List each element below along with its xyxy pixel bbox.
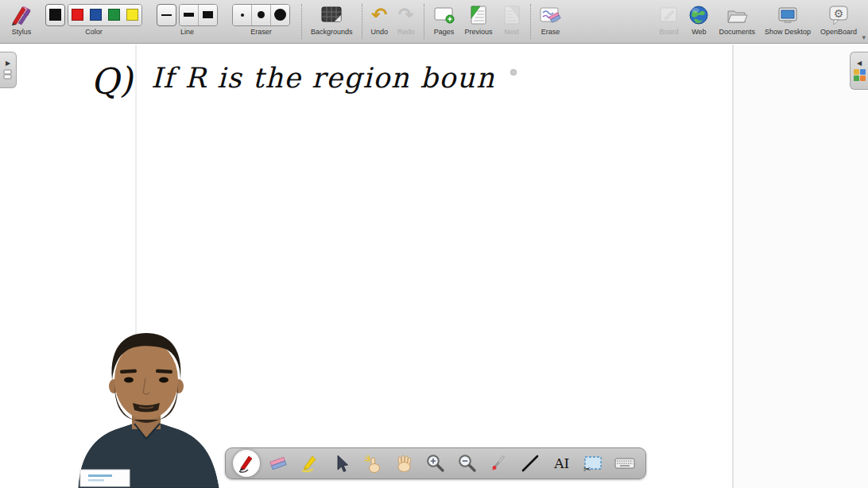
interact-tool-button[interactable] — [359, 450, 386, 477]
webcam-overlay — [66, 327, 227, 488]
documents-mode-button[interactable]: Documents — [719, 2, 755, 36]
web-label: Web — [692, 28, 706, 36]
eraser-tool-button[interactable] — [265, 450, 292, 477]
stylus-pens-icon — [10, 4, 33, 26]
backgrounds-button[interactable]: Backgrounds — [311, 2, 353, 36]
text-tool-button[interactable]: AI — [548, 450, 575, 477]
line-group: Line — [157, 2, 218, 36]
handwriting-question-number: Q) — [89, 59, 135, 103]
previous-page-icon — [469, 5, 488, 25]
undo-button[interactable]: ↶ Undo — [371, 2, 389, 36]
new-page-icon — [433, 6, 455, 25]
pages-label: Pages — [434, 28, 455, 36]
next-page-icon — [502, 5, 521, 25]
highlighter-tool-button[interactable] — [296, 450, 323, 477]
color-swatch-blue[interactable] — [87, 5, 105, 25]
thick-line-icon — [203, 11, 213, 18]
stylus-tool-button[interactable]: Stylus — [10, 2, 33, 36]
toolbar-overflow-arrow[interactable]: ▾ — [862, 34, 866, 41]
eraser-icon — [268, 453, 289, 474]
undo-arrow-icon: ↶ — [371, 6, 387, 25]
presenter-portrait — [66, 327, 227, 488]
expand-left-icon: ◀ — [857, 60, 862, 67]
page-stack-icon — [3, 69, 13, 80]
laser-pointer-tool-button[interactable] — [485, 450, 512, 477]
redo-label: Redo — [397, 28, 415, 36]
next-label: Next — [504, 28, 519, 36]
desktop-monitor-icon — [777, 6, 799, 25]
selector-tool-button[interactable] — [327, 450, 355, 477]
eraser-large-option[interactable] — [270, 5, 289, 25]
pen-tool-button[interactable] — [233, 450, 260, 477]
whiteboard-canvas[interactable]: Q) If R is the region boun ▶ ◀ — [0, 45, 868, 488]
expand-right-icon: ▶ — [6, 60, 10, 67]
board-pen-icon — [658, 6, 679, 25]
undo-label: Undo — [371, 28, 389, 36]
previous-page-button[interactable]: Previous — [465, 2, 493, 36]
openboard-menu-button[interactable]: ⚙ OpenBoard — [820, 2, 857, 36]
openboard-gear-icon: ⚙ — [827, 5, 850, 25]
right-panel-tab[interactable]: ◀ — [850, 52, 868, 90]
backgrounds-icon — [320, 6, 343, 25]
line-thick-option[interactable] — [198, 5, 217, 25]
green-swatch-icon — [108, 9, 120, 21]
color-swatch-yellow[interactable] — [123, 5, 141, 25]
board-label: Board — [659, 28, 678, 36]
open-hand-icon — [393, 453, 414, 474]
pen-cursor-dot — [510, 69, 517, 76]
stylus-palette-toolbar: AI ✂ — [225, 447, 646, 479]
redo-arrow-icon: ↷ — [398, 6, 414, 25]
line-medium-option[interactable] — [180, 5, 198, 25]
color-swatch-black[interactable] — [45, 4, 65, 26]
library-icon — [854, 69, 866, 81]
eraser-small-option[interactable] — [233, 5, 251, 25]
toolbar-separator — [424, 4, 424, 39]
left-panel-tab[interactable]: ▶ — [0, 52, 17, 88]
small-dot-icon — [241, 14, 244, 17]
pages-button[interactable]: Pages — [433, 2, 455, 36]
black-swatch-icon — [49, 9, 61, 21]
red-swatch-icon — [72, 9, 83, 21]
toolbar-separator — [530, 4, 531, 39]
gear-glyph: ⚙ — [834, 6, 844, 19]
zoom-out-tool-button[interactable] — [454, 450, 481, 477]
pan-tool-button[interactable] — [390, 450, 417, 477]
backgrounds-label: Backgrounds — [311, 28, 353, 36]
line-label: Line — [180, 28, 194, 36]
zoom-in-tool-button[interactable] — [422, 450, 449, 477]
cursor-arrow-icon — [331, 453, 351, 474]
openboard-label: OpenBoard — [820, 28, 857, 36]
line-thin-option[interactable] — [157, 4, 176, 26]
line-icon — [520, 453, 541, 474]
previous-label: Previous — [465, 28, 493, 36]
line-tool-button[interactable] — [517, 450, 544, 477]
toolbar-separator — [362, 4, 362, 39]
thin-line-icon — [161, 14, 172, 16]
handwritten-text: Q) If R is the region boun — [87, 45, 548, 124]
stylus-label: Stylus — [12, 28, 32, 36]
color-group: Color — [45, 2, 142, 36]
capture-tool-button[interactable]: ✂ — [579, 450, 606, 477]
color-swatch-red[interactable] — [68, 5, 87, 25]
top-toolbar: Stylus — [0, 0, 868, 44]
eraser-medium-option[interactable] — [251, 5, 270, 25]
color-swatch-green[interactable] — [105, 5, 123, 25]
openboard-window: Stylus — [0, 0, 868, 488]
scissors-icon: ✂ — [583, 464, 591, 474]
board-mode-button: Board — [658, 2, 679, 36]
keyboard-tool-button[interactable] — [611, 450, 638, 477]
toolbar-separator — [301, 4, 302, 39]
medium-dot-icon — [258, 11, 265, 18]
toolbar-right-cluster: Board Web — [653, 2, 862, 36]
zoom-in-icon — [425, 453, 446, 474]
show-desktop-button[interactable]: Show Desktop — [765, 2, 811, 36]
next-page-button: Next — [502, 2, 521, 36]
web-globe-icon — [688, 5, 709, 25]
medium-line-icon — [184, 13, 194, 17]
blue-swatch-icon — [90, 9, 102, 21]
virtual-keyboard-icon — [614, 453, 636, 474]
web-mode-button[interactable]: Web — [688, 2, 709, 36]
shirt-badge — [80, 470, 130, 486]
erase-page-button[interactable]: Erase — [540, 2, 562, 36]
handwriting-line: If R is the region boun — [151, 62, 495, 94]
